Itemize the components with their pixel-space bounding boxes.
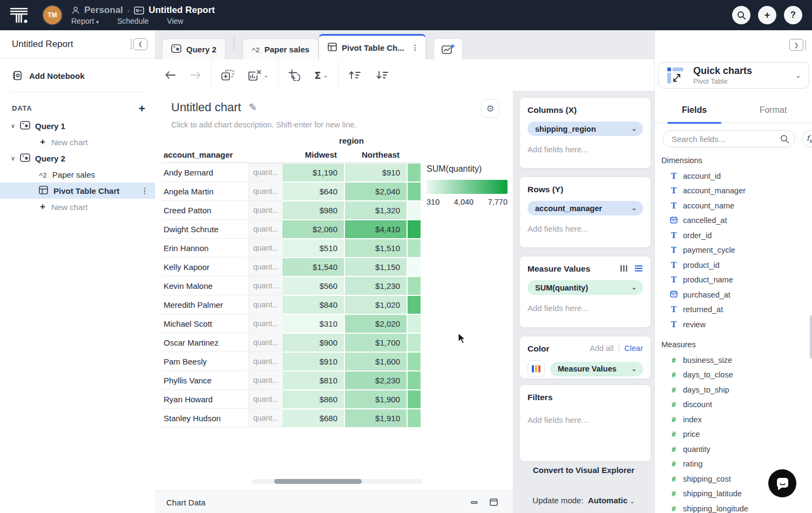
transpose-icon[interactable]	[288, 69, 300, 81]
number-field-icon: #	[669, 460, 679, 468]
field-pill-sum-quantity[interactable]: SUM(quantity)⌄	[527, 280, 643, 295]
tab-fields[interactable]: Fields	[655, 97, 734, 123]
expand-panel-icon[interactable]: ❯	[789, 39, 806, 51]
measure-label: quant...	[248, 371, 282, 390]
menu-report[interactable]: Report ▾	[71, 17, 99, 25]
text-field-icon: T	[669, 261, 679, 269]
field-item-account-manager[interactable]: Taccount_manager	[655, 184, 812, 199]
sidebar-item-query-1[interactable]: ∨Query 1	[0, 118, 155, 134]
convert-to-visual-explorer-button[interactable]: Convert to Visual Explorer	[513, 465, 654, 475]
field-item-price[interactable]: #price	[655, 427, 812, 442]
search-fields-box[interactable]	[662, 130, 795, 147]
user-avatar[interactable]: TM	[43, 6, 62, 24]
minimize-icon[interactable]	[471, 501, 478, 504]
duplicate-chart-icon[interactable]	[221, 70, 234, 81]
add-notebook-button[interactable]: Add Notebook	[12, 70, 155, 81]
tab-query-2[interactable]: Query 2	[162, 38, 226, 59]
sidebar-item-pivot-table-chart[interactable]: Pivot Table Chart⋮	[0, 183, 155, 199]
rows-dropzone[interactable]: Add fields here...	[527, 224, 643, 233]
chevron-expand-icon[interactable]: ∨	[11, 123, 15, 130]
field-item-product-id[interactable]: Tproduct_id	[655, 258, 812, 273]
field-item-days-to-ship[interactable]: #days_to_ship	[655, 382, 812, 397]
field-item-purchased-at[interactable]: purchased_at	[655, 287, 812, 302]
add-all-link[interactable]: Add all	[590, 344, 613, 353]
field-item-discount[interactable]: #discount	[655, 397, 812, 413]
help-icon[interactable]: ?	[784, 6, 802, 24]
field-item-review[interactable]: Treview	[655, 317, 812, 332]
field-item-account-name[interactable]: Taccount_name	[655, 198, 812, 213]
tab-format[interactable]: Format	[734, 97, 812, 123]
columns-view-icon[interactable]	[620, 265, 628, 272]
chart-settings-gear-icon[interactable]: ⚙	[481, 99, 499, 118]
color-pill-measure-values[interactable]: Measure Values⌄	[550, 362, 643, 376]
add-data-icon[interactable]: +	[139, 105, 145, 112]
field-item-payment-cycle[interactable]: Tpayment_cycle	[655, 243, 812, 258]
sidebar-item-new-chart[interactable]: +New chart	[0, 134, 155, 150]
number-field-icon: #	[669, 430, 679, 438]
maximize-icon[interactable]	[490, 498, 498, 506]
field-pill-shipping-region[interactable]: shipping_region⌄	[527, 122, 643, 136]
field-item-days-to-close[interactable]: #days_to_close	[655, 368, 812, 383]
field-item-cancelled-at[interactable]: cancelled_at	[655, 213, 812, 228]
quick-charts-selector[interactable]: Quick charts Pivot Table ⌄	[658, 62, 809, 89]
field-pill-account-manager[interactable]: account_manager⌄	[527, 201, 643, 215]
add-calculated-field-icon[interactable]: fx+	[802, 130, 812, 147]
sort-ascending-icon[interactable]	[348, 70, 362, 80]
clear-link[interactable]: Clear	[624, 344, 643, 353]
chevron-expand-icon[interactable]: ∨	[11, 155, 15, 162]
quick-charts-selection: Pivot Table	[693, 77, 752, 85]
columns-dropzone[interactable]: Add fields here...	[527, 145, 643, 154]
rows-view-icon[interactable]	[634, 265, 643, 272]
pivot-icon	[328, 43, 337, 53]
menu-schedule[interactable]: Schedule	[117, 17, 148, 25]
kebab-menu-icon[interactable]: ⋮	[141, 186, 148, 195]
sort-descending-icon[interactable]	[376, 70, 389, 80]
collapse-sidebar-icon[interactable]: ❮	[131, 38, 147, 50]
partial-value-cell	[407, 314, 421, 333]
field-item-account-id[interactable]: Taccount_id	[655, 168, 812, 184]
column-header-northeast[interactable]: Northeast	[344, 150, 407, 159]
chart-title[interactable]: Untitled chart	[171, 100, 241, 114]
sidebar-item-new-chart[interactable]: +New chart	[0, 199, 155, 215]
measure-label: quant...	[248, 333, 282, 352]
chart-description-placeholder[interactable]: Click to add chart description. Shift-en…	[171, 120, 356, 129]
value-cell: $1,700	[344, 333, 407, 352]
field-item-business-size[interactable]: #business_size	[655, 353, 812, 368]
back-icon[interactable]	[165, 71, 176, 79]
search-icon[interactable]	[732, 6, 750, 24]
row-label: Kevin Malone	[161, 276, 248, 295]
search-fields-input[interactable]	[671, 134, 780, 144]
breadcrumb: Personal › Untitled Report	[71, 5, 215, 16]
update-mode-control[interactable]: Update mode: Automatic ⌄	[513, 496, 654, 505]
menu-view[interactable]: View	[167, 17, 183, 25]
field-item-returned-at[interactable]: Treturned_at	[655, 302, 812, 318]
add-icon[interactable]: +	[758, 6, 776, 24]
measures-dropzone[interactable]: Add fields here...	[527, 303, 643, 313]
field-item-product-name[interactable]: Tproduct_name	[655, 273, 812, 288]
row-label: Angela Martin	[161, 182, 248, 201]
column-header-midwest[interactable]: Midwest	[282, 150, 344, 159]
sidebar-item-query-2[interactable]: ∨Query 2	[0, 150, 155, 166]
field-item-index[interactable]: #index	[655, 412, 812, 427]
color-palette-icon[interactable]	[527, 360, 545, 377]
scrollbar-thumb[interactable]	[274, 479, 362, 484]
field-item-order-id[interactable]: Torder_id	[655, 228, 812, 243]
tab-menu-kebab-icon[interactable]: ⋮	[411, 43, 419, 52]
app-logo-icon[interactable]	[9, 6, 30, 24]
edit-title-icon[interactable]: ✎	[249, 102, 257, 113]
sidebar-item-paper-sales[interactable]: ^2Paper sales	[0, 166, 155, 183]
filters-dropzone[interactable]: Add fields here...	[527, 415, 643, 424]
row-field-header[interactable]: account_manager	[161, 150, 282, 159]
breadcrumb-workspace[interactable]: Personal	[84, 5, 123, 16]
remove-column-icon[interactable]: ⌄	[248, 70, 268, 81]
field-item-quantity[interactable]: #quantity	[655, 442, 812, 457]
tab-pivot-table-ch[interactable]: Pivot Table Ch...⋮	[319, 34, 426, 59]
panel-scrollbar-thumb[interactable]	[810, 315, 812, 359]
field-item-shipping-longitude[interactable]: #shipping_longitude	[655, 501, 812, 513]
chat-widget-button[interactable]	[768, 469, 796, 497]
sum-aggregate-icon[interactable]: Σ⌄	[314, 70, 328, 81]
new-chart-tab-button[interactable]	[434, 38, 463, 59]
forward-icon[interactable]	[190, 71, 201, 79]
table-row: Ryan Howardquant...$860$1,900	[161, 390, 421, 409]
tab-paper-sales[interactable]: ^2Paper sales	[242, 38, 319, 59]
